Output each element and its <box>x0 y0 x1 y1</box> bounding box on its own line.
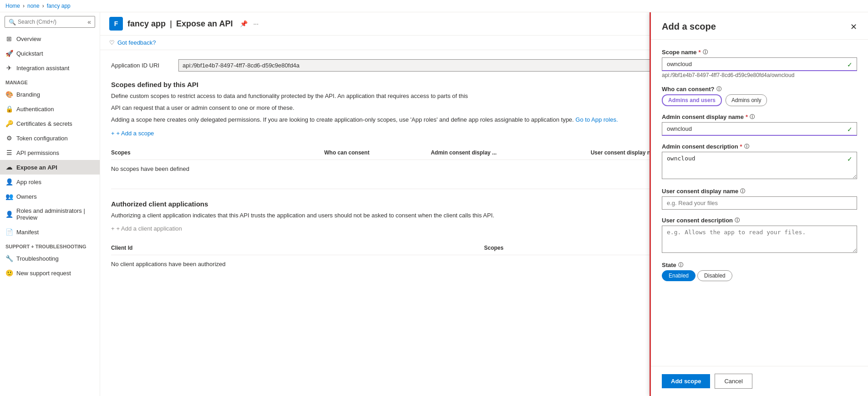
search-input[interactable] <box>18 19 87 25</box>
header-icons: 📌 ··· <box>239 19 259 28</box>
pin-button[interactable]: 📌 <box>239 19 249 28</box>
consent-admins-only-btn[interactable]: Admins only <box>726 94 767 106</box>
feedback-link[interactable]: Got feedback? <box>117 39 156 46</box>
sidebar-item-label: Integration assistant <box>16 65 69 72</box>
breadcrumb-sep-1: › <box>23 3 25 9</box>
sidebar-item-overview[interactable]: ⊞ Overview <box>0 31 100 46</box>
sidebar-item-authentication[interactable]: 🔒 Authentication <box>0 102 100 116</box>
new-support-icon: 🙂 <box>5 269 13 277</box>
col-who-consent: Who can consent <box>324 149 431 156</box>
admin-display-name-group: Admin consent display name * ⓘ ✓ <box>662 113 857 136</box>
admin-display-wrapper: ✓ <box>662 122 857 136</box>
admin-desc-group: Admin consent description * ⓘ owncloud ✓ <box>662 143 857 180</box>
panel-close-btn[interactable]: ✕ <box>850 22 857 32</box>
breadcrumb: Home › none › fancy app <box>0 0 868 12</box>
sidebar-item-certificates[interactable]: 🔑 Certificates & secrets <box>0 116 100 131</box>
user-desc-info-icon[interactable]: ⓘ <box>735 217 740 224</box>
state-disabled-btn[interactable]: Disabled <box>697 270 732 281</box>
scope-name-input[interactable] <box>662 57 857 71</box>
sidebar-item-label: Quickstart <box>16 50 43 57</box>
sidebar-item-label: Expose an API <box>16 164 57 171</box>
admin-desc-textarea[interactable]: owncloud <box>662 152 857 179</box>
user-desc-group: User consent description ⓘ <box>662 217 857 254</box>
sidebar-item-label: Certificates & secrets <box>16 120 72 127</box>
admin-display-checkmark: ✓ <box>847 126 853 133</box>
sidebar-item-new-support[interactable]: 🙂 New support request <box>0 266 100 280</box>
consent-admins-and-users-btn[interactable]: Admins and users <box>662 94 722 106</box>
sidebar-item-branding[interactable]: 🎨 Branding <box>0 87 100 102</box>
user-desc-label: User consent description ⓘ <box>662 217 857 224</box>
add-scope-panel: Add a scope ✕ Scope name * ⓘ ✓ api:/9bf1… <box>650 12 868 396</box>
sidebar-item-manifest[interactable]: 📄 Manifest <box>0 225 100 239</box>
sidebar-item-label: Manifest <box>16 229 39 236</box>
search-box[interactable]: 🔍 « <box>5 16 95 28</box>
sidebar-item-api-permissions[interactable]: ☰ API permissions <box>0 145 100 160</box>
sidebar-item-roles-admin[interactable]: 👤 Roles and administrators | Preview <box>0 204 100 225</box>
sidebar-item-app-roles[interactable]: 👤 App roles <box>0 175 100 189</box>
token-icon: ⚙ <box>5 134 13 142</box>
scope-name-group: Scope name * ⓘ ✓ api:/9bf1e4b7-8497-4ff7… <box>662 49 857 78</box>
state-info-icon[interactable]: ⓘ <box>678 262 683 268</box>
branding-icon: 🎨 <box>5 91 13 98</box>
scope-name-wrapper: ✓ <box>662 57 857 71</box>
required-star-2: * <box>746 113 748 120</box>
app-roles-icon: 👤 <box>5 178 13 185</box>
sidebar-item-quickstart[interactable]: 🚀 Quickstart <box>0 46 100 61</box>
state-enabled-btn[interactable]: Enabled <box>662 270 695 281</box>
sidebar-item-label: Roles and administrators | Preview <box>16 207 94 221</box>
app-title: fancy app | Expose an API <box>127 19 233 29</box>
admin-desc-label: Admin consent description * ⓘ <box>662 143 857 150</box>
more-options-button[interactable]: ··· <box>252 19 259 28</box>
sidebar-item-label: Token configuration <box>16 135 68 142</box>
who-consent-info-icon[interactable]: ⓘ <box>716 86 721 93</box>
search-icon: 🔍 <box>9 19 16 26</box>
panel-body: Scope name * ⓘ ✓ api:/9bf1e4b7-8497-4ff7… <box>651 40 868 366</box>
who-consent-group: Who can consent? ⓘ Admins and users Admi… <box>662 86 857 106</box>
col-scopes: Scopes <box>111 149 324 156</box>
add-scope-btn[interactable]: + + Add a scope <box>111 128 154 139</box>
add-client-icon: + <box>111 225 115 232</box>
admin-display-info-icon[interactable]: ⓘ <box>750 113 755 120</box>
quickstart-icon: 🚀 <box>5 50 13 57</box>
collapse-sidebar-btn[interactable]: « <box>87 18 91 26</box>
user-display-info-icon[interactable]: ⓘ <box>740 188 745 195</box>
state-label: State ⓘ <box>662 262 857 268</box>
manifest-icon: 📄 <box>5 228 13 236</box>
overview-icon: ⊞ <box>5 35 13 42</box>
breadcrumb-home[interactable]: Home <box>5 3 20 9</box>
admin-desc-info-icon[interactable]: ⓘ <box>744 143 749 150</box>
cancel-btn[interactable]: Cancel <box>715 374 752 389</box>
sidebar-item-token-config[interactable]: ⚙ Token configuration <box>0 131 100 145</box>
user-display-label: User consent display name ⓘ <box>662 188 857 195</box>
user-desc-textarea[interactable] <box>662 226 857 253</box>
user-display-input[interactable] <box>662 196 857 210</box>
admin-display-input[interactable] <box>662 122 857 136</box>
sidebar-item-expose-api[interactable]: ☁ Expose an API <box>0 160 100 175</box>
scope-name-info-icon[interactable]: ⓘ <box>703 49 708 56</box>
app-icon: F <box>109 17 123 31</box>
owners-icon: 👥 <box>5 193 13 200</box>
api-permissions-icon: ☰ <box>5 149 13 156</box>
sidebar-item-owners[interactable]: 👥 Owners <box>0 189 100 204</box>
add-client-btn[interactable]: + + Add a client application <box>111 223 182 234</box>
sidebar-item-label: Branding <box>16 91 40 98</box>
sidebar-item-label: Troubleshooting <box>16 255 59 262</box>
sidebar-item-troubleshooting[interactable]: 🔧 Troubleshooting <box>0 251 100 266</box>
breadcrumb-none[interactable]: none <box>27 3 40 9</box>
who-consent-label: Who can consent? ⓘ <box>662 86 857 93</box>
panel-title: Add a scope <box>662 21 716 32</box>
scope-name-uri-note: api:/9bf1e4b7-8497-4ff7-8cd6-d59c9e80fd4… <box>662 72 857 78</box>
app-roles-link[interactable]: Go to App roles. <box>575 116 618 123</box>
add-scope-icon: + <box>111 130 115 137</box>
panel-header: Add a scope ✕ <box>651 12 868 40</box>
add-scope-submit-btn[interactable]: Add scope <box>662 374 710 388</box>
required-star-3: * <box>740 143 742 150</box>
expose-api-icon: ☁ <box>5 164 13 171</box>
breadcrumb-app[interactable]: fancy app <box>47 3 71 9</box>
required-star: * <box>699 49 701 56</box>
manage-section-label: Manage <box>0 75 100 87</box>
admin-display-label: Admin consent display name * ⓘ <box>662 113 857 120</box>
sidebar-nav: ⊞ Overview 🚀 Quickstart ✈ Integration as… <box>0 31 100 396</box>
consent-toggle: Admins and users Admins only <box>662 94 857 106</box>
sidebar-item-integration[interactable]: ✈ Integration assistant <box>0 61 100 75</box>
